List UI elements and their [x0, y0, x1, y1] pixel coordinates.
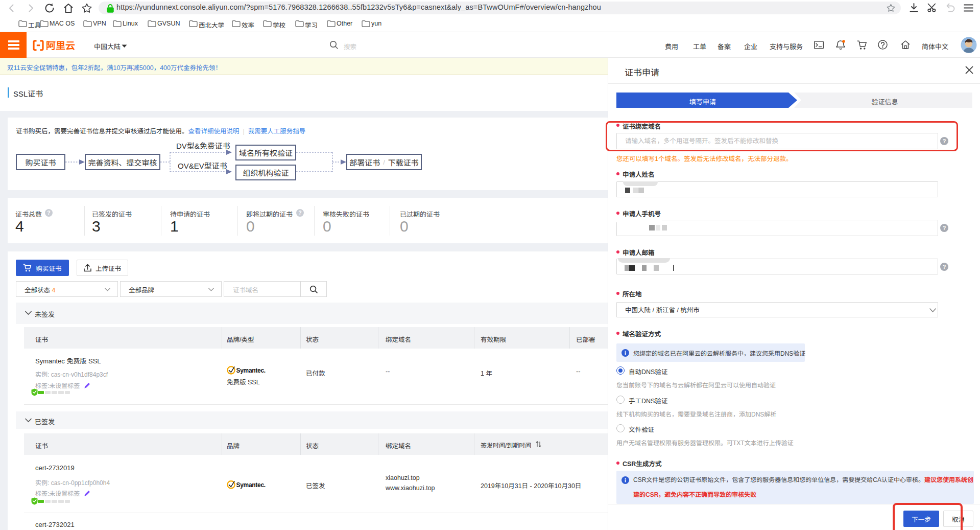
- svg-text:Symantec.: Symantec.: [236, 367, 266, 374]
- svg-text:Symantec.: Symantec.: [236, 481, 266, 489]
- svg-text:阿里云: 阿里云: [46, 39, 75, 52]
